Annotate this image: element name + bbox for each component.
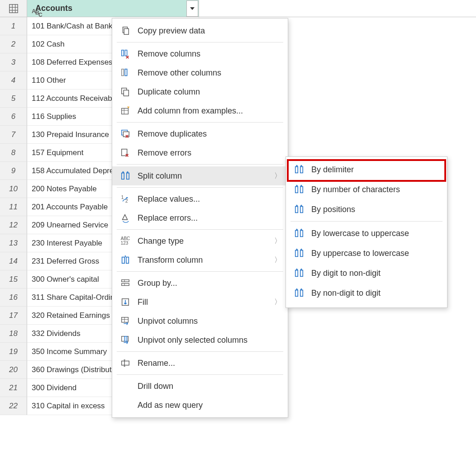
row-number: 20 (0, 361, 27, 379)
svg-text:1: 1 (121, 195, 124, 200)
submenu-by-delimiter[interactable]: By delimiter (286, 160, 447, 180)
svg-rect-20 (127, 173, 129, 180)
svg-rect-26 (122, 284, 129, 286)
submenu-by-number-of-characters[interactable]: By number of characters (286, 180, 447, 199)
menu-remove-columns[interactable]: Remove columns (112, 44, 288, 63)
row-number: 7 (0, 126, 27, 144)
menu-label: Duplicate column (138, 87, 281, 97)
column-dropdown-button[interactable] (186, 0, 198, 17)
menu-label: By non-digit to digit (311, 288, 441, 298)
row-number: 9 (0, 162, 27, 180)
row-number: 11 (0, 198, 27, 216)
svg-rect-51 (295, 290, 298, 297)
svg-rect-43 (295, 207, 298, 213)
menu-duplicate-column[interactable]: Duplicate column (112, 82, 288, 101)
menu-transform-column[interactable]: Transform column 〉 (112, 250, 288, 269)
menu-unpivot-columns[interactable]: Unpivot columns (112, 312, 288, 331)
menu-drill-down[interactable]: Drill down (112, 377, 288, 396)
split-icon (292, 288, 306, 298)
duplicate-icon (119, 87, 132, 97)
svg-rect-0 (9, 4, 17, 12)
row-number: 22 (0, 397, 27, 415)
menu-remove-duplicates[interactable]: Remove duplicates (112, 124, 288, 143)
column-header-accounts[interactable]: ABC Accounts (27, 0, 199, 17)
row-number: 8 (0, 144, 27, 162)
submenu-digit-to-non-digit[interactable]: By digit to non-digit (286, 263, 447, 283)
submenu-lowercase-to-uppercase[interactable]: By lowercase to uppercase (286, 223, 447, 243)
svg-rect-40 (300, 167, 303, 173)
replace-errors-icon (119, 213, 132, 223)
rename-icon (119, 358, 132, 368)
svg-rect-7 (122, 50, 124, 56)
menu-group-by[interactable]: Group by... (112, 274, 288, 293)
row-number: 1 (0, 17, 27, 35)
menu-separator (117, 351, 283, 352)
menu-copy-preview-data[interactable]: Copy preview data (112, 21, 288, 40)
row-number: 15 (0, 270, 27, 288)
fill-icon (119, 297, 132, 307)
menu-separator (117, 271, 283, 272)
submenu-by-positions[interactable]: By positions (286, 199, 447, 219)
menu-unpivot-selected[interactable]: Unpivot only selected columns (112, 331, 288, 350)
menu-label: Change type (138, 236, 274, 246)
menu-fill[interactable]: Fill 〉 (112, 293, 288, 312)
menu-separator (290, 221, 443, 222)
select-all-corner[interactable] (0, 0, 27, 17)
row-number: 4 (0, 71, 27, 90)
menu-remove-other-columns[interactable]: Remove other columns (112, 63, 288, 82)
menu-label: Copy preview data (138, 26, 281, 36)
menu-label: Split column (138, 171, 274, 181)
unpivot-selected-icon (119, 335, 132, 345)
menu-replace-values[interactable]: 12 Replace values... (112, 189, 288, 208)
row-number: 18 (0, 325, 27, 343)
svg-rect-8 (125, 50, 127, 56)
row-number: 17 (0, 307, 27, 325)
svg-rect-6 (124, 28, 129, 34)
split-icon (292, 165, 306, 175)
menu-split-column[interactable]: Split column 〉 (112, 166, 288, 185)
menu-label: Remove duplicates (138, 129, 281, 139)
remove-errors-icon (119, 148, 132, 158)
menu-rename[interactable]: Rename... (112, 354, 288, 373)
chevron-right-icon: 〉 (274, 236, 281, 246)
svg-rect-42 (300, 187, 303, 193)
row-number: 19 (0, 343, 27, 361)
svg-rect-9 (122, 69, 124, 76)
row-number: 16 (0, 288, 27, 307)
row-number: 12 (0, 216, 27, 234)
menu-label: Rename... (138, 359, 281, 368)
menu-label: Transform column (138, 255, 274, 265)
svg-rect-49 (295, 270, 298, 277)
menu-label: Remove errors (138, 148, 281, 158)
group-by-icon (119, 278, 132, 288)
add-column-examples-icon (119, 106, 132, 116)
svg-rect-47 (295, 250, 298, 257)
svg-rect-13 (122, 109, 129, 114)
submenu-non-digit-to-digit[interactable]: By non-digit to digit (286, 283, 447, 303)
menu-add-as-new-query[interactable]: Add as new query (112, 396, 288, 415)
menu-remove-errors[interactable]: Remove errors (112, 143, 288, 162)
menu-separator (117, 229, 283, 230)
remove-other-columns-icon (119, 68, 132, 78)
replace-values-icon: 12 (119, 194, 132, 204)
split-icon (292, 184, 306, 194)
menu-replace-errors[interactable]: Replace errors... (112, 208, 288, 227)
menu-label: Replace values... (138, 194, 281, 204)
row-number: 10 (0, 180, 27, 198)
remove-duplicates-icon (119, 129, 132, 139)
split-column-icon (119, 171, 132, 181)
submenu-uppercase-to-lowercase[interactable]: By uppercase to lowercase (286, 243, 447, 263)
menu-label: Remove columns (138, 49, 281, 59)
svg-rect-12 (124, 90, 129, 96)
row-number: 21 (0, 379, 27, 397)
menu-label: Replace errors... (138, 213, 281, 223)
row-number: 5 (0, 90, 27, 108)
menu-change-type[interactable]: ABC123 Change type 〉 (112, 232, 288, 250)
menu-add-column-from-examples[interactable]: Add column from examples... (112, 101, 288, 120)
chevron-right-icon: 〉 (274, 171, 281, 181)
menu-label: Remove other columns (138, 68, 281, 78)
svg-rect-52 (300, 290, 303, 297)
menu-label: By lowercase to uppercase (311, 229, 441, 238)
menu-separator (117, 187, 283, 188)
menu-separator (117, 374, 283, 375)
